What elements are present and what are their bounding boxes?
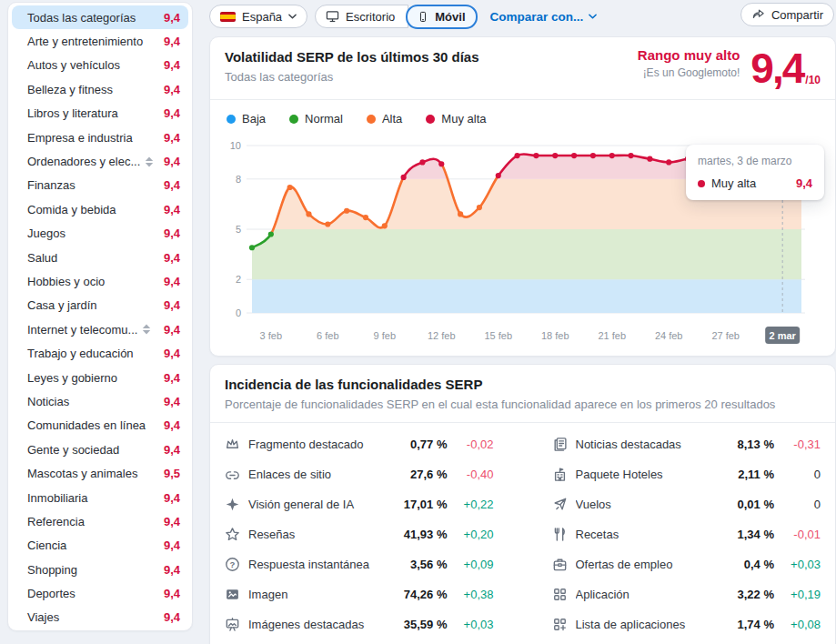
truncated-text-icon	[145, 156, 154, 167]
category-score: 9,4	[164, 275, 180, 288]
serp-feature-row-cropped	[552, 639, 821, 644]
sidebar-category-item[interactable]: Ordenadores y elec... 9,4	[12, 149, 188, 173]
category-score: 9,4	[164, 418, 180, 432]
feature-delta: -0,40	[456, 468, 494, 481]
data-point-dot[interactable]	[609, 153, 615, 158]
feature-label: Enlaces de sitio	[248, 468, 383, 481]
sidebar-category-item[interactable]: Salud 9,4	[12, 246, 188, 269]
truncated-text-icon	[142, 324, 151, 335]
featured-images-icon	[225, 617, 240, 632]
spain-flag-icon	[220, 12, 236, 22]
data-point-dot[interactable]	[666, 159, 671, 165]
legend-item[interactable]: Normal	[289, 112, 343, 126]
sidebar-category-item[interactable]: Arte y entretenimiento 9,4	[12, 29, 188, 53]
device-mobile-button[interactable]: Móvil	[406, 5, 477, 29]
legend-item[interactable]: Baja	[227, 112, 266, 126]
legend-item[interactable]: Alta	[367, 112, 402, 126]
tooltip-series-dot	[698, 180, 705, 187]
data-point-dot[interactable]	[306, 211, 311, 216]
data-point-dot[interactable]	[647, 156, 652, 162]
data-point-dot[interactable]	[325, 221, 330, 226]
data-point-dot[interactable]	[514, 153, 519, 158]
sidebar-category-item[interactable]: Mascotas y animales 9,5	[12, 461, 188, 485]
sidebar-category-item[interactable]: Autos y vehículos 9,4	[12, 54, 188, 77]
top-toolbar: España Escritorio Móvil	[209, 0, 836, 33]
category-score: 9,4	[164, 226, 180, 240]
feature-value: 8,13 %	[718, 438, 774, 451]
category-score: 9,4	[164, 131, 180, 145]
category-score: 9,5	[164, 467, 180, 480]
sidebar-category-item[interactable]: Internet y telecomu... 9,4	[12, 317, 188, 341]
sidebar-category-item[interactable]: Comida y bebida 9,4	[12, 197, 188, 221]
data-point-dot[interactable]	[438, 161, 444, 166]
data-point-dot[interactable]	[571, 153, 577, 158]
category-score: 9,4	[164, 371, 180, 385]
feature-label: Recetas	[576, 528, 710, 541]
recipes-icon	[552, 527, 568, 542]
jobs-icon	[552, 557, 568, 572]
data-point-dot[interactable]	[590, 153, 596, 158]
sidebar-category-item[interactable]: Todas las categorías 9,4	[12, 5, 188, 29]
share-button[interactable]: Compartir	[740, 3, 834, 26]
range-note: ¡Es un Googlemoto!	[638, 66, 740, 79]
data-point-dot[interactable]	[477, 205, 482, 210]
device-desktop-label: Escritorio	[346, 10, 395, 24]
data-point-dot[interactable]	[552, 153, 558, 158]
data-point-dot[interactable]	[458, 211, 463, 216]
legend-dot	[289, 115, 298, 124]
sidebar-category-item[interactable]: Juegos 9,4	[12, 222, 188, 246]
legend-dot	[227, 115, 236, 124]
device-toggle: Escritorio Móvil	[315, 5, 477, 29]
feature-label: Ofertas de empleo	[576, 558, 710, 571]
feature-value: 0,4 %	[718, 558, 774, 571]
category-label: Autos y vehículos	[27, 58, 164, 72]
feature-delta: 0	[782, 498, 821, 511]
x-axis-tick: 18 feb	[541, 330, 569, 341]
device-desktop-button[interactable]: Escritorio	[315, 5, 408, 28]
sidebar-category-item[interactable]: Empresa e industria 9,4	[12, 126, 188, 149]
data-point-dot[interactable]	[268, 231, 274, 236]
compare-with-link[interactable]: Comparar con...	[490, 10, 598, 24]
sidebar-category-item[interactable]: Libros y literatura 9,4	[12, 102, 188, 126]
sidebar-category-item[interactable]: Leyes y gobierno 9,4	[12, 366, 188, 389]
feature-delta: +0,03	[782, 558, 821, 571]
sidebar-category-item[interactable]: Viajes 9,4	[12, 606, 188, 629]
sidebar-category-item[interactable]: Ciencia 9,4	[12, 534, 188, 558]
country-selector[interactable]: España	[209, 5, 307, 28]
category-score: 9,4	[164, 347, 180, 360]
data-point-dot[interactable]	[628, 153, 633, 158]
serp-feature-row: Recetas 1,34 % -0,01	[552, 519, 821, 549]
feature-delta: +0,22	[456, 498, 494, 511]
sidebar-category-item[interactable]: Trabajo y educación 9,4	[12, 341, 188, 365]
data-point-dot[interactable]	[344, 208, 349, 214]
feature-value: 3,22 %	[718, 588, 774, 601]
data-point-dot[interactable]	[363, 215, 368, 220]
data-point-dot[interactable]	[382, 223, 388, 228]
sidebar-category-item[interactable]: Referencia 9,4	[12, 509, 188, 533]
country-label: España	[242, 10, 282, 24]
volatility-chart[interactable]: 0258103 feb6 feb9 feb12 feb15 feb18 feb2…	[223, 136, 822, 353]
legend-item[interactable]: Muy alta	[426, 112, 486, 126]
data-point-dot[interactable]	[249, 245, 255, 250]
data-point-dot[interactable]	[287, 185, 293, 190]
data-point-dot[interactable]	[533, 153, 539, 158]
sidebar-category-item[interactable]: Shopping 9,4	[12, 558, 188, 581]
sidebar-category-item[interactable]: Inmobiliaria 9,4	[12, 486, 188, 509]
sidebar-category-item[interactable]: Comunidades en línea 9,4	[12, 414, 188, 438]
data-point-dot[interactable]	[401, 175, 407, 180]
volatility-title: Volatilidad SERP de los últimos 30 días	[225, 49, 479, 65]
sidebar-category-item[interactable]: Noticias 9,4	[12, 389, 188, 413]
data-point-dot[interactable]	[419, 159, 425, 165]
category-label: Belleza y fitness	[27, 83, 164, 96]
range-label: Rango muy alto	[638, 47, 740, 63]
sidebar-category-item[interactable]: Gente y sociedad 9,4	[12, 438, 188, 461]
sidebar-category-item[interactable]: Casa y jardín 9,4	[12, 294, 188, 317]
sidebar-category-item[interactable]: Hobbies y ocio 9,4	[12, 269, 188, 293]
category-label: Juegos	[27, 226, 164, 240]
x-axis-tick: 21 feb	[598, 330, 626, 341]
sidebar-category-item[interactable]: Deportes 9,4	[12, 581, 188, 605]
data-point-dot[interactable]	[496, 173, 501, 178]
sidebar-category-item[interactable]: Finanzas 9,4	[12, 174, 188, 197]
sidebar-category-item[interactable]: Belleza y fitness 9,4	[12, 77, 188, 101]
category-score: 9,4	[164, 11, 180, 25]
